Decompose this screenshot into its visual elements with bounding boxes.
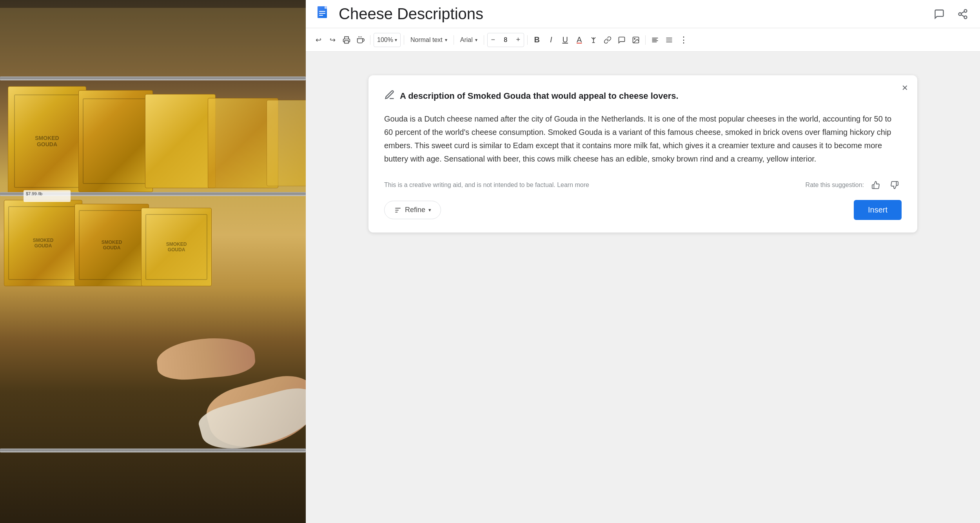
ai-footer: This is a creative writing aid, and is n… [384, 178, 902, 192]
refine-button[interactable]: Refine ▾ [384, 201, 441, 219]
ai-rating: Rate this suggestion: [806, 178, 902, 192]
ai-card-header: A description of Smoked Gouda that would… [384, 89, 902, 103]
google-docs-panel: Cheese Descriptions ↩ [306, 0, 980, 523]
svg-rect-3 [319, 13, 325, 14]
bold-button[interactable]: B [531, 33, 543, 47]
separator-6 [645, 35, 646, 45]
ai-prompt-text: A description of Smoked Gouda that would… [400, 91, 679, 101]
svg-rect-2 [319, 11, 325, 12]
toolbar: ↩ ↪ 100% ▾ [306, 28, 980, 52]
text-color-button[interactable]: A [573, 33, 586, 47]
price-tag-1: $7.99 /lb [24, 190, 71, 202]
doc-title: Cheese Descriptions [339, 5, 925, 23]
increase-font-button[interactable]: + [513, 33, 524, 47]
title-bar: Cheese Descriptions [306, 0, 980, 28]
redo-button[interactable]: ↪ [326, 33, 339, 47]
share-icon[interactable] [955, 6, 971, 22]
underline-button[interactable]: U [559, 33, 572, 47]
ai-actions: Refine ▾ Insert [384, 200, 902, 220]
svg-point-7 [964, 9, 967, 12]
doc-content-area: ✕ A description of Smoked Gouda that wou… [306, 52, 980, 523]
cheese-block-low-3: SMOKEDGOUDA [141, 208, 212, 286]
decrease-font-button[interactable]: − [488, 33, 499, 47]
thumbs-down-button[interactable] [887, 178, 902, 192]
refine-label: Refine [405, 206, 425, 214]
align-button[interactable] [649, 33, 661, 47]
cheese-block-low-2: SMOKEDGOUDA [74, 204, 149, 286]
separator-2 [404, 35, 404, 45]
cheese-block-low-1: SMOKEDGOUDA [4, 200, 82, 286]
ai-body-text: Gouda is a Dutch cheese named after the … [384, 112, 902, 165]
hand-overlay [141, 307, 306, 445]
style-dropdown[interactable]: Normal text ▾ [407, 33, 450, 47]
font-size-value: 8 [499, 36, 513, 44]
font-dropdown[interactable]: Arial ▾ [457, 33, 481, 47]
insert-image-button[interactable] [630, 33, 642, 47]
separator-1 [370, 35, 370, 45]
cheese-block-3 [145, 94, 216, 188]
svg-line-10 [961, 15, 964, 16]
line-spacing-button[interactable] [663, 33, 675, 47]
cheese-photo: SMOKEDGOUDA SMOKEDGOUDA SMOKEDGOUDA [0, 0, 306, 523]
insert-button[interactable]: Insert [854, 200, 902, 220]
svg-rect-4 [319, 15, 323, 16]
print-button[interactable] [340, 33, 353, 47]
svg-rect-12 [345, 40, 348, 43]
svg-point-8 [959, 13, 962, 15]
zoom-selector[interactable]: 100% ▾ [374, 33, 401, 47]
ai-suggestion-card: ✕ A description of Smoked Gouda that wou… [368, 75, 917, 232]
svg-point-9 [964, 16, 967, 18]
docs-logo-icon [315, 5, 332, 23]
separator-5 [527, 35, 528, 45]
shelf-rail-bottom [0, 449, 306, 452]
separator-3 [454, 35, 454, 45]
add-comment-button[interactable] [615, 33, 628, 47]
undo-button[interactable]: ↩ [312, 33, 325, 47]
italic-button[interactable]: I [545, 33, 557, 47]
cheese-block-2 [78, 90, 153, 192]
paint-format-button[interactable] [354, 33, 367, 47]
close-card-button[interactable]: ✕ [898, 82, 911, 94]
title-actions [931, 6, 971, 22]
shelf-rail-top [0, 76, 306, 80]
link-button[interactable] [601, 33, 614, 47]
highlight-button[interactable] [587, 33, 600, 47]
cheese-block-5 [267, 100, 306, 186]
svg-line-11 [961, 11, 964, 13]
separator-4 [484, 35, 484, 45]
ai-disclaimer: This is a creative writing aid, and is n… [384, 182, 589, 189]
font-size-control[interactable]: − 8 + [487, 33, 524, 47]
thumbs-up-button[interactable] [869, 178, 883, 192]
svg-point-18 [634, 38, 635, 39]
more-options-button[interactable]: ⋮ [677, 33, 690, 47]
comment-icon[interactable] [931, 6, 947, 22]
ai-pencil-icon [384, 89, 395, 103]
cheese-block-1: SMOKEDGOUDA [8, 86, 86, 196]
